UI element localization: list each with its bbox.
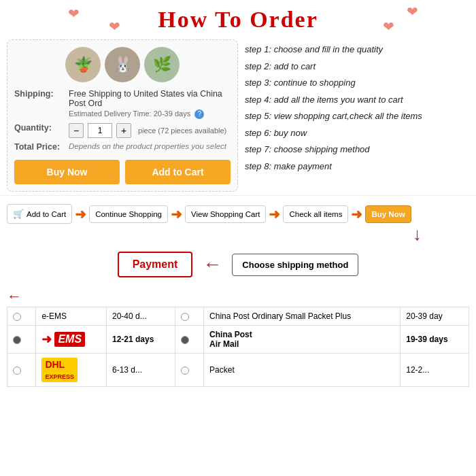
radio-1[interactable] bbox=[13, 313, 21, 321]
payment-row: Payment ← Choose shipping method bbox=[7, 252, 469, 277]
step-6: step 6: buy now bbox=[245, 126, 469, 140]
left-arrow-icon: ← bbox=[7, 288, 22, 305]
carrier2-name-3: Packet bbox=[204, 354, 401, 387]
carrier-radio-2 bbox=[175, 307, 203, 326]
carrier2-days-1: 20-39 day bbox=[401, 307, 469, 326]
carrier-name-1: e-EMS bbox=[36, 307, 107, 326]
carrier2-days-2: 19-39 days bbox=[401, 326, 469, 354]
flow-buy-now-button[interactable]: Buy Now bbox=[365, 205, 411, 223]
flow-add-cart-label: Add to Cart bbox=[27, 210, 66, 218]
radio-1b[interactable] bbox=[181, 313, 189, 321]
carrier-days-1: 20-40 d... bbox=[107, 307, 175, 326]
radio-3[interactable] bbox=[13, 367, 21, 375]
quantity-increase-button[interactable]: + bbox=[116, 123, 131, 138]
quantity-control: − + piece (72 pieces available) bbox=[69, 123, 231, 138]
payment-left-arrow: ← bbox=[203, 254, 222, 275]
carrier-name-3: DHLEXPRESS bbox=[36, 354, 107, 387]
total-label: Total Price: bbox=[14, 142, 69, 152]
flow-add-cart-button[interactable]: 🛒 Add to Cart bbox=[7, 204, 72, 224]
shipping-table: e-EMS 20-40 d... China Post Ordinary Sma… bbox=[7, 307, 469, 387]
deco-heart-bl: ❤ bbox=[109, 18, 120, 35]
carrier-radio-3 bbox=[7, 326, 36, 354]
dhl-logo: DHLEXPRESS bbox=[41, 358, 78, 382]
down-arrow: ↓ bbox=[7, 224, 422, 245]
deco-heart-tl: ❤ bbox=[68, 5, 80, 22]
flow-check-items-label: Check all items bbox=[289, 210, 342, 218]
carrier-days-3: 6-13 d... bbox=[107, 354, 175, 387]
flow-check-items-button[interactable]: Check all items bbox=[283, 205, 348, 223]
main-content: 🪴 🐰 🌿 Shipping: Free Shipping to United … bbox=[0, 36, 476, 195]
flow-continue-label: Continue Shopping bbox=[95, 210, 162, 218]
deco-heart-tr: ❤ bbox=[407, 3, 418, 20]
step-5: step 5: view shopping cart,check all the… bbox=[245, 109, 469, 123]
ems-arrow: ➜ bbox=[41, 332, 52, 347]
quantity-field: Quantity: − + piece (72 pieces available… bbox=[14, 123, 231, 138]
shipping-label: Shipping: bbox=[14, 89, 69, 99]
page-header: ❤ ❤ How To Order ❤ ❤ bbox=[0, 0, 476, 36]
carrier-radio-6 bbox=[175, 354, 203, 387]
step-4: step 4: add all the items you want to ca… bbox=[245, 93, 469, 107]
shipping-value: Free Shipping to United States via China… bbox=[69, 89, 231, 108]
left-arrow-row: ← bbox=[7, 288, 469, 305]
flow-arrow-2: ➜ bbox=[171, 206, 182, 222]
action-buttons: Buy Now Add to Cart bbox=[14, 160, 231, 184]
flow-row: 🛒 Add to Cart ➜ Continue Shopping ➜ View… bbox=[7, 204, 469, 224]
ems-logo: EMS bbox=[54, 332, 85, 347]
table-row: ➜ EMS 12-21 days China PostAir Mail 19-3… bbox=[7, 326, 469, 354]
carrier-radio-4 bbox=[175, 326, 203, 354]
step-8: step 8: make payment bbox=[245, 160, 469, 173]
carrier-name-2: ➜ EMS bbox=[36, 326, 107, 354]
payment-button[interactable]: Payment bbox=[118, 252, 193, 277]
flow-view-cart-button[interactable]: View Shopping Cart bbox=[185, 205, 266, 223]
carrier-radio-1 bbox=[7, 307, 36, 326]
total-value: Depends on the product properties you se… bbox=[69, 142, 231, 150]
delivery-value: 20-39 days bbox=[154, 109, 190, 118]
radio-2[interactable] bbox=[13, 336, 21, 344]
add-to-cart-button[interactable]: Add to Cart bbox=[125, 160, 231, 184]
table-row: e-EMS 20-40 d... China Post Ordinary Sma… bbox=[7, 307, 469, 326]
step-3: step 3: continue to shopping bbox=[245, 76, 469, 90]
flow-arrow-3: ➜ bbox=[269, 206, 280, 222]
shipping-section: ← e-EMS 20-40 d... China Post Ordinary S… bbox=[0, 288, 476, 387]
deco-heart-br: ❤ bbox=[383, 18, 394, 35]
carrier-radio-5 bbox=[7, 354, 36, 387]
carrier-days-2: 12-21 days bbox=[107, 326, 175, 354]
step-7: step 7: choose shipping method bbox=[245, 143, 469, 156]
product-images: 🪴 🐰 🌿 bbox=[14, 47, 231, 82]
shipping-field: Shipping: Free Shipping to United States… bbox=[14, 89, 231, 119]
flow-arrow-1: ➜ bbox=[75, 206, 86, 222]
flow-arrow-4: ➜ bbox=[351, 206, 362, 222]
carrier2-days-3: 12-2... bbox=[401, 354, 469, 387]
steps-panel: step 1: choose and fill in the quatity s… bbox=[245, 39, 469, 192]
product-image-3: 🌿 bbox=[144, 47, 180, 82]
quantity-input[interactable] bbox=[88, 123, 112, 138]
carrier2-name-1: China Post Ordinary Small Packet Plus bbox=[204, 307, 401, 326]
product-image-2: 🐰 bbox=[105, 47, 140, 82]
quantity-decrease-button[interactable]: − bbox=[69, 123, 84, 138]
quantity-label: Quantity: bbox=[14, 123, 69, 133]
total-field: Total Price: Depends on the product prop… bbox=[14, 142, 231, 152]
radio-3b[interactable] bbox=[181, 367, 189, 375]
carrier2-name-2: China PostAir Mail bbox=[204, 326, 401, 354]
flow-view-cart-label: View Shopping Cart bbox=[191, 210, 260, 218]
cart-icon: 🛒 bbox=[13, 209, 24, 219]
delivery-sub: Estimated Delivery Time: 20-39 days ? bbox=[69, 109, 231, 119]
help-icon[interactable]: ? bbox=[194, 109, 204, 119]
buy-now-button[interactable]: Buy Now bbox=[14, 160, 120, 184]
step-2: step 2: add to cart bbox=[245, 60, 469, 73]
product-panel: 🪴 🐰 🌿 Shipping: Free Shipping to United … bbox=[7, 39, 238, 192]
step-1: step 1: choose and fill in the quatity bbox=[245, 43, 469, 56]
delivery-label: Estimated Delivery Time: bbox=[69, 109, 152, 118]
flow-section: 🛒 Add to Cart ➜ Continue Shopping ➜ View… bbox=[0, 195, 476, 286]
radio-2b[interactable] bbox=[181, 336, 189, 344]
shipping-method-box: Choose shipping method bbox=[232, 254, 358, 276]
flow-continue-button[interactable]: Continue Shopping bbox=[89, 205, 168, 223]
product-image-1: 🪴 bbox=[65, 47, 101, 82]
flow-buy-now-label: Buy Now bbox=[371, 210, 405, 218]
quantity-note: piece (72 pieces available) bbox=[138, 126, 226, 135]
table-row: DHLEXPRESS 6-13 d... Packet 12-2... bbox=[7, 354, 469, 387]
